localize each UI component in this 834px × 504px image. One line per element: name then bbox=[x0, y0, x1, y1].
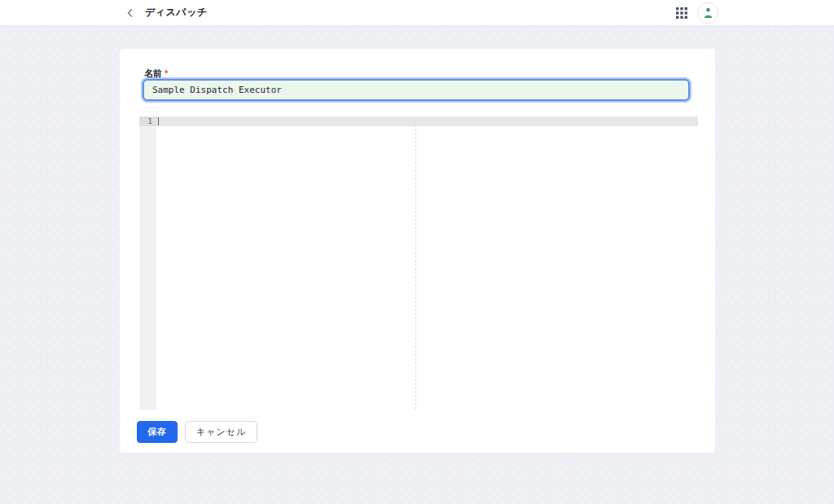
name-field-label: 名前* bbox=[144, 68, 168, 80]
editor-cursor bbox=[158, 117, 159, 125]
person-icon bbox=[703, 7, 713, 18]
cancel-button[interactable]: キャンセル bbox=[185, 421, 257, 443]
name-label-text: 名前 bbox=[144, 68, 162, 78]
form-actions: 保存 キャンセル bbox=[137, 421, 257, 443]
dispatch-form-card: 名前* 1 保存 キャンセル bbox=[120, 49, 715, 453]
grid-icon bbox=[676, 7, 687, 19]
save-button[interactable]: 保存 bbox=[137, 421, 178, 443]
apps-grid-button[interactable] bbox=[674, 6, 689, 20]
page-title: ディスパッチ bbox=[145, 6, 208, 20]
editor-active-line bbox=[139, 116, 698, 126]
name-input[interactable] bbox=[143, 79, 690, 101]
chevron-left-icon bbox=[125, 8, 135, 18]
editor-gutter bbox=[139, 116, 156, 410]
back-button[interactable] bbox=[122, 5, 138, 21]
required-asterisk: * bbox=[165, 68, 168, 78]
editor-line-number: 1 bbox=[139, 116, 156, 126]
editor-print-margin bbox=[415, 116, 416, 410]
header-actions bbox=[674, 2, 718, 24]
user-avatar[interactable] bbox=[697, 2, 718, 24]
script-editor[interactable]: 1 bbox=[139, 116, 698, 410]
app-header: ディスパッチ bbox=[0, 0, 834, 26]
